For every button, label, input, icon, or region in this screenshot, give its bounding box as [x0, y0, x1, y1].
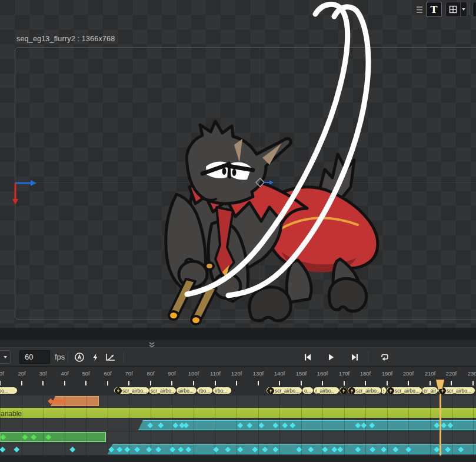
- ruler-tick: [21, 381, 22, 385]
- timeline-clip[interactable]: [108, 444, 476, 454]
- ruler-label: 100f: [188, 370, 199, 377]
- ruler-label: 10f: [0, 370, 4, 377]
- clip-label-pill[interactable]: airbo...: [176, 387, 197, 394]
- ruler-label: 160f: [317, 370, 328, 377]
- skip-end-icon: [350, 353, 360, 362]
- ruler-label: 200f: [403, 370, 414, 377]
- script-bolt-icon: [340, 387, 347, 394]
- clip-label-text: scr_airbo...: [0, 388, 8, 394]
- clip-label-pill[interactable]: [339, 387, 348, 394]
- ruler-tick: [258, 381, 259, 385]
- ruler-tick: [301, 381, 302, 385]
- menu-lines-icon[interactable]: [415, 5, 424, 14]
- skip-start-button[interactable]: [301, 350, 315, 364]
- grid-icon: [446, 2, 460, 16]
- skip-end-button[interactable]: [348, 350, 362, 364]
- ruler-tick: [472, 381, 474, 385]
- ruler-label: 110f: [210, 370, 221, 377]
- play-button[interactable]: [324, 350, 338, 364]
- ruler-tick: [85, 381, 86, 385]
- control-separator: [124, 352, 124, 363]
- variable-track-label: ariable: [0, 410, 22, 418]
- loop-icon: [380, 353, 390, 362]
- overflow-tool-button[interactable]: [472, 2, 476, 17]
- script-bolt-icon: [115, 387, 122, 394]
- clip-label-pill[interactable]: scr_airbo...: [266, 387, 302, 394]
- clip-label-pill[interactable]: scr_airbo...: [386, 387, 422, 394]
- clip-label-pill[interactable]: scr_airbo...: [114, 387, 149, 394]
- clip-label-pill[interactable]: rbo...: [197, 387, 213, 394]
- ruler-tick: [215, 381, 216, 385]
- skip-start-icon: [303, 353, 312, 362]
- playhead-line[interactable]: [440, 386, 441, 456]
- lightning-icon: [91, 353, 100, 362]
- ruler-tick: [322, 381, 323, 385]
- text-tool-button[interactable]: T: [426, 2, 442, 17]
- ruler-label: 220f: [446, 370, 457, 377]
- loop-button[interactable]: [378, 350, 392, 364]
- frame-ruler[interactable]: 10f20f30f40f50f60f70f80f90f100f110f120f1…: [0, 367, 476, 386]
- preset-dropdown[interactable]: [0, 350, 11, 364]
- control-separator: [368, 352, 368, 363]
- collapse-strip: [0, 340, 476, 347]
- clip-label-pill[interactable]: scr_airbo...: [148, 387, 177, 394]
- ruler-label: 60f: [104, 370, 111, 377]
- ruler-label: 120f: [231, 370, 242, 377]
- track-row-3[interactable]: [0, 420, 476, 431]
- ruler-tick: [387, 381, 388, 385]
- clip-label-text: rbo...: [199, 388, 210, 394]
- clip-label-text: scr_airbo...: [447, 388, 471, 394]
- ruler-tick: [193, 381, 194, 385]
- clip-label-pill[interactable]: scr_airbo...: [438, 387, 475, 394]
- fps-input[interactable]: 60: [19, 350, 50, 364]
- script-bolt-icon: [348, 387, 355, 394]
- timeline-bottom-strip: [0, 456, 476, 462]
- clip-label-pill[interactable]: r_airbo..: [313, 387, 339, 394]
- keyframe-diamond[interactable]: [70, 446, 75, 451]
- toolbar-separator: [470, 4, 470, 15]
- grid-view-button[interactable]: [445, 2, 467, 17]
- clip-label-text: scr_airbo...: [395, 388, 420, 394]
- ruler-label: 80f: [147, 370, 154, 377]
- timeline-clip[interactable]: [138, 420, 476, 430]
- ruler-tick: [279, 381, 280, 385]
- grid-caret-button[interactable]: [460, 2, 467, 16]
- clip-label-text: s: [383, 388, 384, 394]
- flash-button[interactable]: [88, 350, 102, 364]
- track-row-variable[interactable]: ariable: [0, 407, 476, 419]
- ruler-tick: [344, 381, 345, 385]
- keyframe-diamond[interactable]: [14, 446, 19, 451]
- keyframe-diamond[interactable]: [0, 446, 5, 451]
- ruler-label: 90f: [168, 370, 175, 377]
- curve-graph-icon: [105, 353, 116, 362]
- ruler-tick: [128, 381, 129, 385]
- ruler-tick: [430, 381, 431, 385]
- ruler-tick: [451, 381, 452, 385]
- track-row-1[interactable]: [0, 395, 476, 407]
- autokey-button[interactable]: [72, 350, 86, 364]
- viewport-canvas[interactable]: seq_eg13_flurry2 : 1366x768: [0, 0, 476, 328]
- clip-label-text: scr_airbo...: [122, 388, 147, 394]
- timeline-clip[interactable]: [0, 432, 106, 442]
- timeline-panel: 10f20f30f40f50f60f70f80f90f100f110f120f1…: [0, 366, 476, 462]
- ruler-tick: [107, 381, 108, 385]
- clip-label-text: scr_airbo...: [275, 388, 299, 394]
- collapse-handle[interactable]: [147, 340, 157, 347]
- clip-label-pill[interactable]: scr_airbo...: [347, 387, 382, 394]
- curve-editor-button[interactable]: [104, 350, 118, 364]
- text-tool-label: T: [431, 4, 438, 15]
- ruler-tick: [150, 381, 151, 385]
- clip-label-pill[interactable]: cr_airb: [421, 387, 438, 394]
- clip-label-text: scr_airbo...: [356, 388, 380, 394]
- track-row-5[interactable]: [0, 444, 476, 456]
- clip-label-pill[interactable]: scr_airbo...: [0, 387, 18, 394]
- caret-down-icon: [462, 8, 465, 11]
- clip-label-pill[interactable]: o...: [302, 387, 314, 394]
- clip-label-pill[interactable]: irbo...: [212, 387, 232, 394]
- play-icon: [326, 353, 335, 362]
- ruler-tick: [0, 381, 1, 385]
- track-row-4[interactable]: [0, 431, 476, 443]
- dropdown-caret-icon: [4, 356, 7, 358]
- ruler-label: 170f: [339, 370, 350, 377]
- variable-track-bar[interactable]: ariable: [0, 408, 476, 418]
